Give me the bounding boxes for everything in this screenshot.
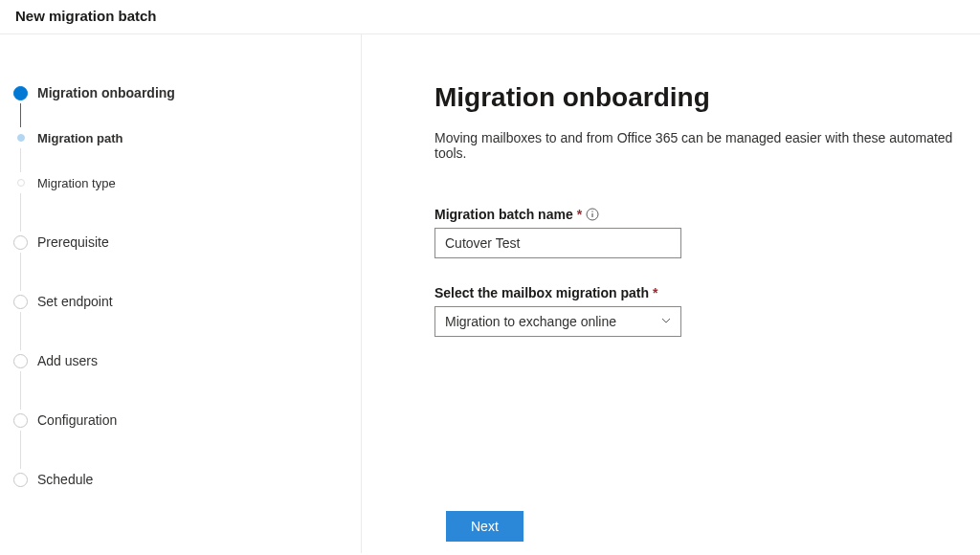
migration-path-label: Select the mailbox migration path * (434, 285, 980, 300)
step-prerequisite[interactable]: Prerequisite (13, 232, 361, 253)
svg-rect-1 (592, 213, 593, 217)
step-migration-onboarding[interactable]: Migration onboarding (13, 82, 361, 103)
step-dot-icon (13, 354, 28, 368)
step-dot-sub-icon (17, 179, 25, 187)
connector (20, 253, 21, 291)
step-label: Configuration (37, 412, 117, 428)
field-batch-name: Migration batch name * (434, 207, 980, 258)
wizard-sidebar: Migration onboarding Migration path Migr… (0, 34, 362, 553)
field-migration-path: Select the mailbox migration path * Migr… (434, 285, 980, 337)
batch-name-input[interactable] (434, 228, 681, 258)
layout: Migration onboarding Migration path Migr… (0, 34, 980, 553)
step-migration-type[interactable]: Migration type (13, 172, 361, 193)
label-text: Select the mailbox migration path (434, 285, 649, 300)
step-dot-sub-icon (17, 134, 25, 142)
content-title: Migration onboarding (434, 82, 980, 113)
connector (20, 431, 21, 469)
step-dot-icon (13, 473, 28, 487)
step-label: Prerequisite (37, 234, 109, 250)
step-migration-path[interactable]: Migration path (13, 127, 361, 148)
required-asterisk: * (653, 285, 657, 300)
connector (20, 193, 21, 232)
main-content: Migration onboarding Moving mailboxes to… (362, 34, 980, 553)
migration-path-select[interactable]: Migration to exchange online (434, 306, 681, 337)
step-add-users[interactable]: Add users (13, 350, 361, 371)
content-description: Moving mailboxes to and from Office 365 … (434, 130, 980, 161)
step-dot-active-icon (13, 86, 28, 100)
step-dot-icon (13, 295, 28, 309)
connector (20, 312, 21, 350)
step-schedule[interactable]: Schedule (13, 469, 361, 490)
step-label: Add users (37, 353, 98, 368)
svg-rect-2 (592, 211, 593, 212)
step-label: Set endpoint (37, 294, 113, 309)
step-configuration[interactable]: Configuration (13, 410, 361, 431)
info-icon[interactable] (586, 208, 599, 221)
page-title: New migration batch (15, 8, 965, 24)
step-label: Migration path (37, 131, 123, 145)
required-asterisk: * (577, 207, 582, 222)
step-dot-icon (13, 235, 28, 250)
footer: Next (362, 511, 980, 542)
connector (20, 148, 21, 172)
batch-name-label: Migration batch name * (434, 207, 980, 222)
connector (20, 103, 21, 127)
next-button[interactable]: Next (446, 511, 523, 542)
step-label: Schedule (37, 472, 93, 487)
select-value: Migration to exchange online (445, 314, 616, 329)
connector (20, 371, 21, 410)
step-set-endpoint[interactable]: Set endpoint (13, 291, 361, 312)
migration-path-select-wrap: Migration to exchange online (434, 306, 681, 337)
step-label: Migration onboarding (37, 85, 175, 100)
step-label: Migration type (37, 176, 116, 190)
page-header: New migration batch (0, 0, 980, 34)
wizard-steps: Migration onboarding Migration path Migr… (13, 82, 361, 490)
label-text: Migration batch name (434, 207, 573, 222)
step-dot-icon (13, 413, 28, 428)
